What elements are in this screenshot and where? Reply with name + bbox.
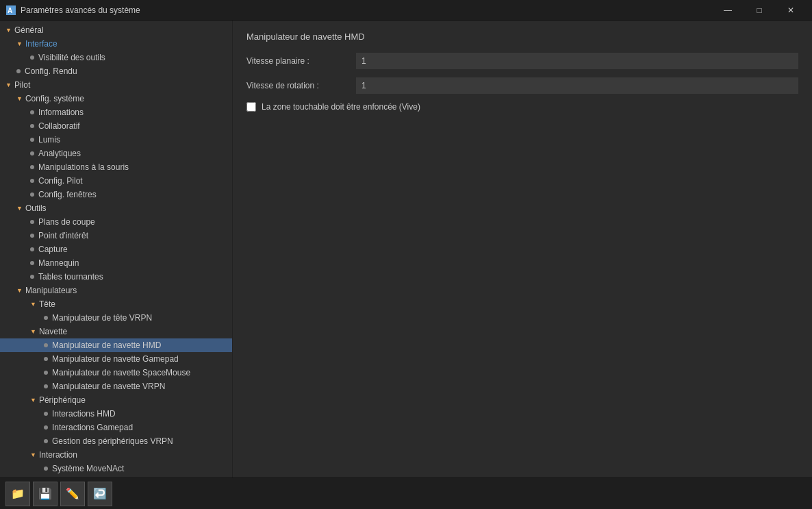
sidebar-item-pilot[interactable]: ▼Pilot [0,78,232,92]
sidebar-label-interactions-hmd: Interactions HMD [52,409,116,419]
sidebar-label-analytiques: Analytiques [38,149,81,158]
sidebar-item-manipulateur-navette-gamepad[interactable]: Manipulateur de navette Gamepad [0,352,232,366]
sidebar-label-config-systeme: Config. système [25,94,84,103]
sidebar-label-config-rendu: Config. Rendu [25,66,77,76]
sidebar-label-informations: Informations [38,108,84,117]
sidebar-item-visibilite-outils[interactable]: Visibilité des outils [0,51,232,64]
bottom-toolbar: 📁💾✏️↩️ [0,477,812,509]
toolbar-button-edit[interactable]: ✏️ [60,482,85,506]
sidebar-label-manipulateur-navette-vrpn: Manipulateur de navette VRPN [52,382,165,391]
zone-touchable-label: La zone touchable doit être enfoncée (Vi… [262,102,420,112]
sidebar-item-systeme-moveNact[interactable]: Système MoveNAct [0,462,232,475]
sidebar-item-manipulateur-navette-spacemouse[interactable]: Manipulateur de navette SpaceMouse [0,366,232,380]
minimize-button[interactable]: — [712,0,744,21]
sidebar-label-lumis: Lumis [38,135,60,145]
sidebar-item-config-rendu[interactable]: Config. Rendu [0,64,232,78]
sidebar-item-collaboratif[interactable]: Collaboratif [0,119,232,133]
sidebar-item-manipulateur-tete-vrpn[interactable]: Manipulateur de tête VRPN [0,311,232,325]
sidebar-item-analytiques[interactable]: Analytiques [0,147,232,160]
sidebar-label-navette: Navette [39,327,67,336]
sidebar-label-manipulations-souris: Manipulations à la souris [38,162,129,172]
sidebar-label-tables-tournantes: Tables tournantes [38,272,103,282]
svg-text:A: A [8,7,12,14]
zone-touchable-checkbox[interactable] [246,102,256,112]
sidebar-label-manipulateur-tete-vrpn: Manipulateur de tête VRPN [52,313,152,323]
sidebar-label-config-pilot: Config. Pilot [38,176,83,186]
sidebar-item-general[interactable]: ▼Général [0,23,232,37]
sidebar-item-tables-tournantes[interactable]: Tables tournantes [0,270,232,284]
sidebar-item-manipulateur-navette-hmd[interactable]: Manipulateur de navette HMD [0,338,232,352]
sidebar-label-manipulateur-navette-gamepad: Manipulateur de navette Gamepad [52,354,179,364]
sidebar-label-interaction: Interaction [39,450,77,460]
close-button[interactable]: ✕ [775,0,807,21]
sidebar-label-peripherique: Périphérique [39,395,86,405]
sidebar-item-gestion-peripheriques-vrpn[interactable]: Gestion des périphériques VRPN [0,434,232,448]
sidebar-item-config-fenetres[interactable]: Config. fenêtres [0,188,232,201]
main-content: ▼Général▼InterfaceVisibilité des outilsC… [0,21,812,477]
window-controls: — □ ✕ [712,0,807,21]
sidebar-item-capture[interactable]: Capture [0,243,232,256]
sidebar-item-tete[interactable]: ▼Tête [0,297,232,311]
sidebar-item-interaction[interactable]: ▼Interaction [0,448,232,462]
title-bar: A Paramètres avancés du système — □ ✕ [0,0,812,21]
sidebar-label-manipulateur-navette-spacemouse: Manipulateur de navette SpaceMouse [52,368,190,377]
field-input-vitesse-rotation[interactable] [356,77,798,94]
sidebar-label-capture: Capture [38,245,68,254]
maximize-button[interactable]: □ [744,0,775,21]
sidebar-label-visibilite-outils: Visibilité des outils [38,53,105,62]
sidebar-item-interactions-gamepad[interactable]: Interactions Gamepad [0,421,232,434]
sidebar-item-mannequin[interactable]: Mannequin [0,256,232,270]
sidebar-item-interactions-hmd[interactable]: Interactions HMD [0,407,232,421]
right-panel: Manipulateur de navette HMD Vitesse plan… [233,21,812,477]
toolbar-button-folder[interactable]: 📁 [5,482,30,506]
sidebar-item-interface[interactable]: ▼Interface [0,37,232,51]
sidebar-item-peripherique[interactable]: ▼Périphérique [0,393,232,407]
sidebar-item-outils[interactable]: ▼Outils [0,201,232,215]
sidebar-label-systeme-moveNact: Système MoveNAct [52,464,124,473]
app-icon: A [5,5,16,16]
checkbox-row: La zone touchable doit être enfoncée (Vi… [246,102,798,112]
sidebar-item-config-systeme[interactable]: ▼Config. système [0,92,232,105]
field-label-vitesse-planaire: Vitesse planaire : [246,56,356,66]
sidebar-label-outils: Outils [25,203,47,213]
sidebar-label-point-interet: Point d'intérêt [38,231,88,240]
sidebar-item-plans-coupe[interactable]: Plans de coupe [0,215,232,229]
sidebar-label-general: Général [14,25,44,35]
field-row-vitesse-rotation: Vitesse de rotation : [246,77,798,94]
sidebar-item-config-pilot[interactable]: Config. Pilot [0,174,232,188]
sidebar-label-collaboratif: Collaboratif [38,121,80,131]
sidebar-label-config-fenetres: Config. fenêtres [38,190,97,199]
toolbar-button-undo[interactable]: ↩️ [88,482,112,506]
sidebar-item-manipulateur-navette-vrpn[interactable]: Manipulateur de navette VRPN [0,380,232,393]
sidebar: ▼Général▼InterfaceVisibilité des outilsC… [0,21,233,477]
sidebar-label-interface: Interface [25,39,58,49]
field-label-vitesse-rotation: Vitesse de rotation : [246,81,356,90]
panel-title: Manipulateur de navette HMD [246,32,798,42]
field-row-vitesse-planaire: Vitesse planaire : [246,53,798,69]
sidebar-item-navette[interactable]: ▼Navette [0,325,232,338]
field-input-vitesse-planaire[interactable] [356,53,798,69]
sidebar-label-gestion-peripheriques-vrpn: Gestion des périphériques VRPN [52,436,173,446]
toolbar-button-save[interactable]: 💾 [33,482,58,506]
sidebar-item-point-interet[interactable]: Point d'intérêt [0,229,232,243]
window-title: Paramètres avancés du système [21,5,712,15]
sidebar-label-mannequin: Mannequin [38,258,79,268]
sidebar-label-pilot: Pilot [14,80,30,90]
sidebar-item-manipulateurs[interactable]: ▼Manipulateurs [0,284,232,297]
sidebar-label-tete: Tête [39,299,55,309]
sidebar-label-plans-coupe: Plans de coupe [38,217,95,227]
sidebar-item-lumis[interactable]: Lumis [0,133,232,147]
sidebar-item-informations[interactable]: Informations [0,105,232,119]
sidebar-label-interactions-gamepad: Interactions Gamepad [52,423,133,432]
sidebar-label-manipulateur-navette-hmd: Manipulateur de navette HMD [52,340,161,350]
sidebar-item-manipulations-souris[interactable]: Manipulations à la souris [0,160,232,174]
sidebar-label-manipulateurs: Manipulateurs [25,286,77,295]
